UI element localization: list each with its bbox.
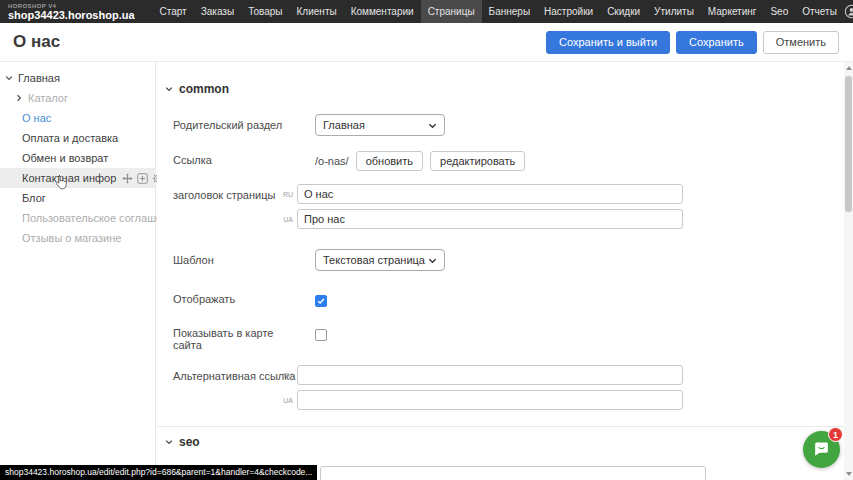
page-title: О нас — [13, 32, 60, 52]
alt-link-ua-input[interactable] — [297, 390, 683, 410]
menu-item-discounts[interactable]: Скидки — [600, 0, 647, 23]
lang-badge-ru: RU — [279, 365, 297, 385]
menu-item-start[interactable]: Старт — [153, 0, 194, 23]
sidebar-item-home[interactable]: Главная — [0, 68, 155, 88]
sitemap-checkbox[interactable] — [315, 329, 327, 341]
menu-item-clients[interactable]: Клиенты — [290, 0, 344, 23]
vertical-scrollbar[interactable] — [844, 62, 853, 480]
section-header-seo[interactable]: seo — [165, 435, 844, 449]
chat-bubble-icon — [812, 440, 831, 459]
move-icon[interactable] — [122, 173, 133, 184]
template-select[interactable]: Текстовая страница — [315, 249, 445, 271]
sidebar-item-terms[interactable]: Пользовательское соглашение — [0, 208, 155, 228]
chevron-right-icon — [15, 94, 23, 102]
sidebar-item-label: Главная — [18, 72, 60, 84]
menu-item-orders[interactable]: Заказы — [194, 0, 241, 23]
sidebar-item-catalog[interactable]: Каталог — [0, 88, 155, 108]
menu-item-settings[interactable]: Настройки — [537, 0, 600, 23]
select-value: Главная — [323, 119, 365, 131]
sidebar-item-label: О нас — [22, 112, 51, 124]
field-label: Отображать — [173, 291, 297, 305]
sidebar-item-reviews[interactable]: Отзывы о магазине — [0, 228, 155, 248]
sidebar-item-payment[interactable]: Оплата и доставка — [0, 128, 155, 148]
user-icon[interactable] — [844, 4, 853, 19]
sidebar-item-about[interactable]: О нас — [0, 108, 155, 128]
alt-link-ru-input[interactable] — [297, 365, 683, 385]
page-title-ru-input[interactable] — [297, 184, 683, 204]
brand-domain: shop34423.horoshop.ua — [8, 10, 135, 21]
page-edit-form: common Родительский раздел Главная Ссылк… — [157, 62, 844, 480]
sidebar-item-returns[interactable]: Обмен и возврат — [0, 148, 155, 168]
section-header-common[interactable]: common — [165, 82, 844, 96]
chevron-down-icon — [165, 438, 173, 446]
chat-unread-badge: 1 — [828, 427, 843, 442]
scrollbar-thumb[interactable] — [845, 76, 852, 212]
save-and-exit-button[interactable]: Сохранить и выйти — [546, 31, 670, 54]
section-title: common — [179, 82, 229, 96]
brand-logo[interactable]: HOROSHOP V4 shop34423.horoshop.ua — [8, 3, 135, 21]
check-icon — [317, 297, 325, 305]
menu-item-banners[interactable]: Баннеры — [482, 0, 537, 23]
topbar-menu: Старт Заказы Товары Клиенты Комментарии … — [153, 0, 844, 23]
url-edit-button[interactable]: редактировать — [430, 151, 525, 171]
menu-item-comments[interactable]: Комментарии — [344, 0, 421, 23]
display-row: Отображать — [173, 291, 844, 307]
parent-section-row: Родительский раздел Главная — [173, 114, 844, 136]
field-label: Ссылка — [173, 154, 297, 166]
pages-tree-sidebar: Главная Каталог О нас Оплата и доставка … — [0, 62, 156, 480]
save-button[interactable]: Сохранить — [676, 31, 757, 54]
page-header: О нас Сохранить и выйти Сохранить Отмени… — [0, 23, 853, 62]
page-title-ua-input[interactable] — [297, 209, 683, 229]
sidebar-item-label: Блог — [22, 192, 46, 204]
menu-item-pages[interactable]: Страницы — [421, 0, 482, 23]
sidebar-item-contacts[interactable]: Контактная инфор — [0, 168, 155, 188]
sitemap-row: Показывать в карте сайта — [173, 325, 844, 351]
field-label: Родительский раздел — [173, 119, 297, 131]
html-title-ru-input[interactable] — [320, 466, 706, 480]
brand-version: HOROSHOP V4 — [8, 3, 135, 9]
menu-item-reports[interactable]: Отчеты — [795, 0, 844, 23]
menu-item-utilities[interactable]: Утилиты — [647, 0, 701, 23]
sidebar-item-blog[interactable]: Блог — [0, 188, 155, 208]
cancel-button[interactable]: Отменить — [763, 31, 839, 54]
page-title-row: заголовок страницы RU UA — [173, 184, 844, 229]
sidebar-item-label: Обмен и возврат — [22, 152, 108, 164]
section-divider — [157, 426, 844, 427]
sidebar-item-label: Контактная инфор — [22, 172, 116, 184]
section-title: seo — [179, 435, 200, 449]
select-value: Текстовая страница — [323, 254, 425, 266]
chevron-down-icon — [428, 256, 437, 265]
chevron-down-icon — [428, 121, 437, 130]
menu-item-marketing[interactable]: Маркетинг — [701, 0, 764, 23]
lang-badge-ua: UA — [279, 390, 297, 410]
url-value: /o-nas/ — [315, 155, 349, 167]
scroll-down-arrow[interactable] — [844, 469, 853, 479]
display-checkbox[interactable] — [315, 295, 327, 307]
sidebar-item-label: Каталог — [28, 92, 68, 104]
template-row: Шаблон Текстовая страница — [173, 249, 844, 271]
status-url-tooltip: shop34423.horoshop.ua/edit/edit.php?id=6… — [0, 465, 317, 480]
url-refresh-button[interactable]: обновить — [356, 151, 423, 171]
lang-badge-ua: UA — [279, 209, 297, 229]
chat-widget-button[interactable]: 1 — [803, 431, 840, 468]
sidebar-item-label: Оплата и доставка — [22, 132, 118, 144]
menu-item-products[interactable]: Товары — [241, 0, 289, 23]
chevron-down-icon — [5, 74, 13, 82]
chevron-down-icon — [165, 85, 173, 93]
add-icon[interactable] — [137, 173, 148, 184]
topbar: HOROSHOP V4 shop34423.horoshop.ua Старт … — [0, 0, 853, 23]
alt-link-row: Альтернативная ссылка RU UA — [173, 365, 844, 410]
field-label: Показывать в карте сайта — [173, 325, 297, 351]
menu-item-seo[interactable]: Seo — [763, 0, 795, 23]
url-row: Ссылка /o-nas/ обновить редактировать — [173, 149, 844, 171]
scroll-up-arrow[interactable] — [844, 63, 853, 73]
lang-badge-ru: RU — [279, 184, 297, 204]
parent-section-select[interactable]: Главная — [315, 114, 445, 136]
field-label: Шаблон — [173, 254, 297, 266]
sidebar-item-label: Отзывы о магазине — [22, 232, 121, 244]
